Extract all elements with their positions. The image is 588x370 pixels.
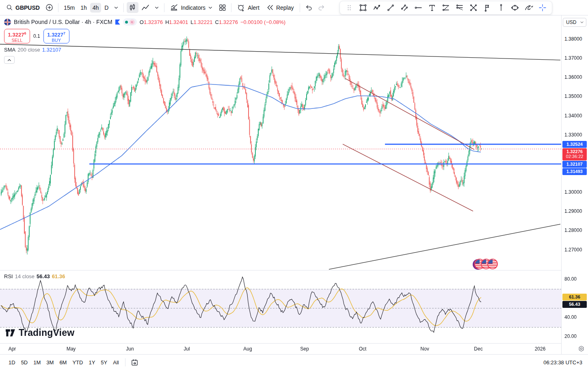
replay-button[interactable]: Replay [263,2,297,13]
horizontal-ray-icon [414,4,422,12]
rectangle-tool-icon [359,4,367,12]
buy-button[interactable]: 1.32277 BUY [43,29,69,43]
tool-ellipse[interactable] [509,2,521,13]
range-6m[interactable]: 6M [56,358,69,367]
calendar-icon [131,359,138,366]
redo-arrow-icon [318,4,325,11]
go-to-date-button[interactable] [129,357,141,368]
currency-selector[interactable]: USD [563,18,586,27]
rsi-legend[interactable]: RSI 14 close 56.43 61.36 [4,273,65,279]
range-5d[interactable]: 5D [18,358,31,367]
indicators-label: Indicators [181,4,205,11]
trend-line-icon [387,4,395,12]
tool-fib-retracement[interactable] [440,2,452,13]
timeframe-menu-button[interactable] [112,4,121,12]
symbol-title[interactable]: British Pound / U.S. Dollar · 4h · FXCM [14,19,112,25]
tool-crosshair[interactable] [536,2,549,13]
time-tick: Dec [474,346,482,352]
tool-brush[interactable] [523,2,535,13]
tool-text[interactable] [426,2,438,13]
timeframe-15m[interactable]: 15m [61,3,77,13]
price-tick: 1.35000 [564,93,582,99]
timeframe-1d[interactable]: D [102,3,111,13]
chart-type-candles-button[interactable] [127,2,138,13]
range-ytd[interactable]: YTD [69,358,86,367]
chart-type-line-button[interactable] [139,2,151,13]
sell-button[interactable]: 1.32276 SELL [4,29,30,43]
price-tick: 1.33000 [564,132,582,138]
sma-legend[interactable]: SMA 200 close 1.32107 [4,47,61,53]
price-scale[interactable]: USD 1.380001.370001.360001.350001.340001… [561,15,588,354]
indicators-button[interactable]: Indicators [167,2,216,13]
line-chart-icon [141,4,149,12]
range-5y[interactable]: 5Y [98,358,110,367]
flag-mark-icon [484,4,491,12]
price-tick: 1.28000 [564,227,582,233]
main-chart-canvas[interactable] [0,15,561,270]
rsi-ma-value: 61.36 [52,273,65,279]
close-value: 1.32276 [219,19,238,25]
compare-add-button[interactable] [43,2,55,13]
price-tick: 1.37000 [564,55,582,61]
timeframe-1h[interactable]: 1h [78,3,89,13]
chevron-down-icon [114,5,119,10]
tool-cross-lines[interactable] [467,2,480,13]
rsi-tick: 80.00 [564,276,577,282]
open-value: 1.32376 [144,19,163,25]
candlestick-chart-icon [129,4,136,11]
timeframe-4h[interactable]: 4h [90,3,102,13]
tool-rectangle[interactable] [357,2,369,13]
chevron-down-icon [208,5,213,10]
range-1m[interactable]: 1M [30,358,43,367]
chart-type-menu-button[interactable] [152,4,161,12]
fib-channel-icon [456,4,464,12]
economic-event-markers[interactable] [474,259,500,270]
data-status-dot-icon [125,21,128,24]
price-badge: 1.32107 [562,161,587,168]
tool-vertical-line[interactable] [495,2,507,13]
range-1y[interactable]: 1Y [86,358,98,367]
symbol-status-pill[interactable]: ≈ [123,18,137,26]
brush-tool-icon [524,4,533,12]
tool-flag-mark[interactable] [481,2,493,13]
drawing-toolbar [339,1,552,15]
price-badge: 1.31493 [562,168,587,175]
tool-horizontal-ray[interactable] [412,2,424,13]
open-label: O [140,19,144,25]
market-open-flag-icon[interactable] [115,19,120,25]
watermark-text: TradingView [19,327,74,338]
range-3m[interactable]: 3M [43,358,56,367]
range-all[interactable]: All [110,358,121,367]
alert-button[interactable]: Alert [234,2,262,13]
rsi-params: 14 close [15,273,35,279]
search-icon [6,4,13,11]
time-tick: Jun [126,346,134,352]
time-axis[interactable]: AprMayJunJulAugSepOctNovDec2026 [0,343,561,354]
rsi-tick: 40.00 [564,314,577,320]
polyline-arrow-icon [373,4,381,12]
price-tick: 1.38000 [564,36,582,42]
tool-fib-channel[interactable] [454,2,466,13]
tool-polyline[interactable] [371,2,383,13]
tool-trend-line[interactable] [385,2,397,13]
undo-button[interactable] [303,2,315,13]
sma-params: 200 close [17,47,40,53]
tradingview-watermark[interactable]: TradingView [5,327,74,338]
legend-collapse-button[interactable] [4,56,15,64]
range-1d[interactable]: 1D [6,358,18,367]
top-toolbar: GBPUSD 15m 1h 4h D [0,0,588,15]
symbol-search-button[interactable]: GBPUSD [3,2,43,13]
quantity-value[interactable]: 0.1 [33,33,40,39]
rsi-pane-canvas[interactable] [0,270,561,343]
drawing-toolbar-drag-handle[interactable] [343,2,355,13]
buy-label: BUY [44,38,69,43]
time-axis-settings-icon[interactable] [578,345,585,352]
toolbar-separator [300,3,300,12]
session-clock[interactable]: 06:23:38 UTC+3 [543,359,582,366]
tool-parallel-channel[interactable] [398,2,411,13]
ellipse-tool-icon [511,4,519,12]
layout-templates-button[interactable] [216,2,228,13]
parallel-channel-icon [400,4,409,12]
high-label: H [165,19,169,25]
redo-button[interactable] [316,2,327,13]
